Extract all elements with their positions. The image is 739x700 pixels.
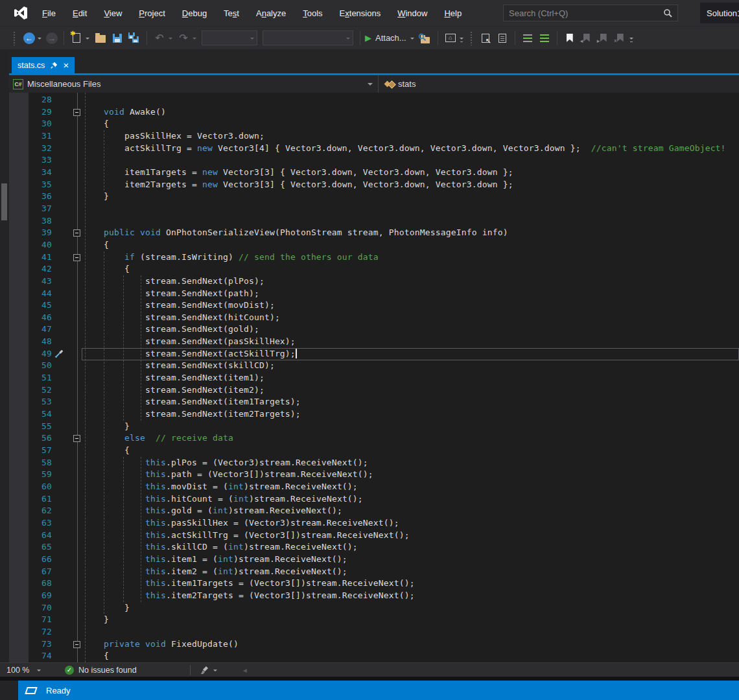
code-line[interactable]: 59 this.path = (Vector3[])stream.Receive… [9,469,739,481]
code-line[interactable]: 69 this.item2Targets = (Vector3[])stream… [9,590,739,602]
toolbar-grip[interactable] [470,31,473,45]
glyph-margin[interactable] [52,432,66,445]
code-line[interactable]: 51 stream.SendNext(item1); [9,372,739,384]
code-text[interactable]: { [82,239,739,251]
code-text[interactable]: pasSkillHex = Vector3.down; [82,130,739,143]
glyph-margin[interactable] [52,203,66,215]
code-text[interactable]: this.item2Targets = (Vector3[])stream.Re… [82,590,739,602]
redo-button[interactable]: ↷ [176,30,191,46]
code-text[interactable]: } [82,191,739,203]
fold-collapse-button[interactable] [73,109,80,116]
code-cleanup-button[interactable] [200,666,220,675]
pin-icon[interactable] [51,62,58,69]
menu-debug[interactable]: Debug [174,5,215,21]
code-text[interactable]: stream.SendNext(item1Targets); [82,396,739,408]
code-text[interactable]: stream.SendNext(gold); [82,323,739,336]
quick-actions-screwdriver-icon[interactable] [52,348,66,360]
code-line[interactable]: 43 stream.SendNext(plPos); [9,275,739,288]
code-line[interactable]: 72 [9,626,739,638]
code-line[interactable]: 28 [9,94,739,106]
code-line[interactable]: 47 stream.SendNext(gold); [9,323,739,336]
glyph-margin[interactable] [52,493,66,506]
fold-collapse-button[interactable] [73,641,80,648]
code-line[interactable]: 40 { [9,239,739,251]
glyph-margin[interactable] [52,179,66,191]
glyph-margin[interactable] [52,530,66,542]
code-line[interactable]: 38 [9,215,739,228]
undo-button[interactable]: ↶ [152,30,167,46]
glyph-margin[interactable] [52,566,66,578]
code-line[interactable]: 42 { [9,263,739,275]
glyph-margin[interactable] [52,154,66,167]
code-text[interactable]: stream.SendNext(plPos); [82,275,739,288]
toggle-bookmark-button[interactable] [562,30,578,46]
code-text[interactable]: item2Targets = new Vector3[3] { Vector3.… [82,179,739,191]
code-line[interactable]: 68 this.item1Targets = (Vector3[])stream… [9,578,739,590]
glyph-margin[interactable] [52,469,66,481]
comment-lines-button[interactable] [520,30,535,46]
search-input[interactable]: Search (Ctrl+Q) [503,5,678,21]
code-text[interactable]: this.plPos = (Vector3)stream.ReceiveNext… [82,457,739,469]
glyph-margin[interactable] [52,481,66,493]
code-text[interactable]: this.hitCount = (int)stream.ReceiveNext(… [82,493,739,506]
code-line[interactable]: 36 } [9,191,739,203]
code-text[interactable]: stream.SendNext(skillCD); [82,360,739,372]
code-text[interactable]: this.pasSkillHex = (Vector3)stream.Recei… [82,517,739,530]
menu-edit[interactable]: Edit [64,5,95,21]
code-line[interactable]: 37 [9,203,739,215]
code-line[interactable]: 44 stream.SendNext(path); [9,288,739,300]
glyph-margin[interactable] [52,106,66,119]
debug-attach-button[interactable]: ▶ Attach... [365,30,409,46]
new-file-button[interactable]: ✱ [69,30,84,46]
code-text[interactable]: this.gold = (int)stream.ReceiveNext(); [82,505,739,517]
code-text[interactable] [82,215,739,228]
code-line[interactable]: 32 actSkillTrg = new Vector3[4] { Vector… [9,143,739,155]
menu-tools[interactable]: Tools [294,5,331,21]
type-dropdown[interactable]: stats [379,79,416,89]
code-line[interactable]: 60 this.movDist = (int)stream.ReceiveNex… [9,481,739,493]
code-line[interactable]: 64 this.actSkillTrg = (Vector3[])stream.… [9,530,739,542]
code-line[interactable]: 39 public void OnPhotonSerializeView(Pho… [9,227,739,239]
menu-extensions[interactable]: Extensions [331,5,390,21]
code-text[interactable]: { [82,650,739,662]
navigate-backward-button[interactable]: ← [23,32,35,44]
glyph-margin[interactable] [52,288,66,300]
code-line[interactable]: 63 this.pasSkillHex = (Vector3)stream.Re… [9,517,739,530]
glyph-margin[interactable] [52,239,66,251]
code-text[interactable]: item1Targets = new Vector3[3] { Vector3.… [82,167,739,179]
horizontal-scrollbar-track[interactable] [247,663,739,677]
document-health-indicator[interactable]: ✓ No issues found [65,666,137,675]
code-line[interactable]: 74 { [9,650,739,662]
glyph-margin[interactable] [52,227,66,239]
code-line[interactable]: 52 stream.SendNext(item2); [9,384,739,397]
navigate-forward-button[interactable]: → [46,32,58,44]
clear-bookmarks-button[interactable]: × [613,30,628,46]
save-button[interactable] [110,30,125,46]
menu-test[interactable]: Test [215,5,248,21]
code-text[interactable]: stream.SendNext(hitCount); [82,312,739,324]
glyph-margin[interactable] [52,94,66,106]
fold-collapse-button[interactable] [73,229,80,237]
code-text[interactable]: stream.SendNext(pasSkillHex); [82,336,739,348]
autohide-toolwindow-tab[interactable] [1,183,7,220]
glyph-margin[interactable] [52,312,66,324]
glyph-margin[interactable] [52,408,66,421]
code-text[interactable] [82,203,739,215]
glyph-margin[interactable] [52,372,66,384]
toolbar-combobox-1[interactable] [202,30,257,45]
code-line[interactable]: 34 item1Targets = new Vector3[3] { Vecto… [9,167,739,179]
glyph-margin[interactable] [52,215,66,228]
menu-project[interactable]: Project [130,5,173,21]
code-text[interactable]: } [82,602,739,614]
code-text[interactable]: this.movDist = (int)stream.ReceiveNext()… [82,481,739,493]
code-text[interactable]: { [82,263,739,275]
toolbar-overflow-dropdown[interactable] [629,38,633,41]
code-line[interactable]: 65 this.skillCD = (int)stream.ReceiveNex… [9,541,739,554]
code-cleanup-dropdown[interactable] [213,670,217,673]
code-line[interactable]: 54 stream.SendNext(item2Targets); [9,408,739,421]
open-file-button[interactable] [93,30,108,46]
save-all-button[interactable] [126,30,142,46]
toolbar-combobox-2[interactable] [263,30,353,45]
document-outline-button[interactable] [495,30,510,46]
code-line[interactable]: 66 this.item1 = (int)stream.ReceiveNext(… [9,554,739,566]
